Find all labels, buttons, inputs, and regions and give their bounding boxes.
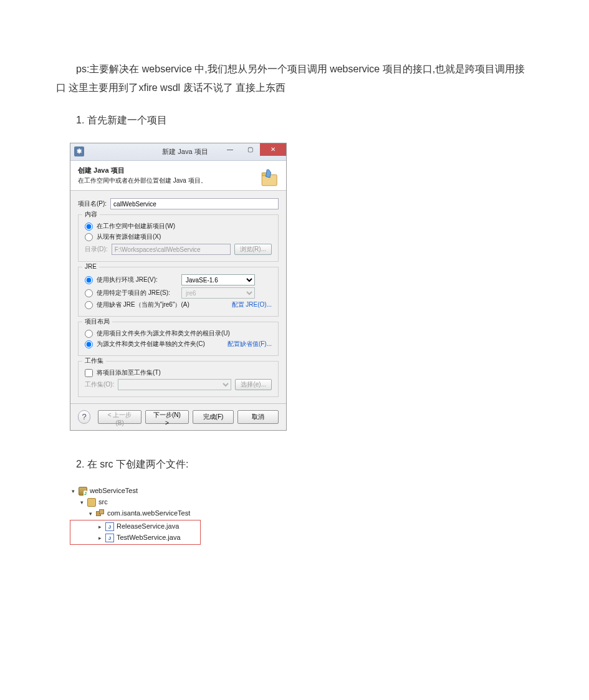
browse-button: 浏览(R)...	[234, 244, 272, 255]
expand-icon[interactable]	[79, 499, 85, 506]
radio-use-project-root-label: 使用项目文件夹作为源文件和类文件的根目录(U)	[97, 329, 230, 338]
back-button: < 上一步(B)	[98, 410, 141, 424]
tree-project-label: webServiceTest	[90, 486, 138, 496]
working-set-group: 工作集 将项目添加至工作集(T) 工作集(O): 选择(e)...	[78, 361, 279, 397]
next-button[interactable]: 下一步(N) >	[145, 410, 189, 424]
checkbox-add-to-working-set-label: 将项目添加至工作集(T)	[97, 368, 161, 377]
project-specific-jre-select: jre6	[181, 287, 255, 299]
project-name-input[interactable]	[110, 198, 279, 209]
jre-group: JRE 使用执行环境 JRE(V): JavaSE-1.6 使用特定于项目的 J…	[78, 267, 279, 317]
java-file-icon	[105, 522, 114, 531]
exec-env-jre-select[interactable]: JavaSE-1.6	[181, 274, 255, 285]
directory-label: 目录(D):	[85, 245, 108, 254]
expand-icon[interactable]	[70, 488, 76, 494]
step-2-heading: 2. 在 src 下创建两个文件:	[76, 454, 533, 474]
close-button[interactable]: ✕	[260, 143, 286, 156]
dialog-titlebar: ✱ 新建 Java 项目 — ▢ ✕	[70, 143, 286, 161]
radio-separate-folders[interactable]	[85, 340, 93, 348]
tree-file-label: TestWebService.java	[117, 533, 181, 542]
expand-icon[interactable]	[97, 524, 103, 530]
jre-legend: JRE	[82, 262, 99, 271]
dialog-new-java-project: ✱ 新建 Java 项目 — ▢ ✕ 创建 Java 项目 在工作空间中或者在外…	[70, 143, 287, 431]
source-folder-icon	[87, 498, 96, 507]
working-set-select-button: 选择(e)...	[235, 379, 272, 390]
finish-button[interactable]: 完成(F)	[193, 410, 234, 424]
help-button[interactable]: ?	[78, 410, 90, 424]
configure-jre-link[interactable]: 配置 JRE(O)...	[232, 300, 272, 309]
radio-default-jre[interactable]	[85, 301, 93, 309]
radio-project-specific-jre[interactable]	[85, 289, 93, 297]
working-set-legend: 工作集	[82, 357, 106, 365]
package-icon	[96, 509, 105, 518]
radio-separate-folders-label: 为源文件和类文件创建单独的文件夹(C)	[97, 340, 205, 348]
working-set-select	[118, 379, 231, 390]
radio-use-project-root[interactable]	[85, 330, 93, 338]
directory-input	[112, 244, 231, 255]
radio-create-in-workspace-label: 在工作空间中创建新项目(W)	[97, 222, 175, 231]
expand-icon[interactable]	[87, 511, 93, 517]
tree-src-label: src	[98, 497, 108, 507]
radio-exec-env-jre[interactable]	[85, 276, 93, 284]
java-project-icon	[79, 487, 87, 496]
maximize-button[interactable]: ▢	[240, 143, 260, 156]
intro-paragraph: ps:主要解决在 webservice 中,我们想从另外一个项目调用 webse…	[56, 60, 533, 98]
tree-file-row[interactable]: ReleaseService.java	[88, 521, 199, 532]
tree-file-row[interactable]: TestWebService.java	[88, 532, 199, 544]
project-name-label: 项目名(P):	[78, 199, 107, 208]
working-set-label: 工作集(O):	[85, 380, 114, 389]
cancel-button[interactable]: 取消	[237, 410, 279, 424]
expand-icon[interactable]	[97, 535, 103, 541]
tree-project-row[interactable]: webServiceTest	[70, 486, 201, 497]
project-tree: webServiceTest src com.isanta.webService…	[70, 486, 201, 545]
banner-subtitle: 在工作空间中或者在外部位置创建 Java 项目。	[78, 176, 279, 185]
tree-file-label: ReleaseService.java	[117, 522, 179, 531]
eclipse-icon: ✱	[74, 146, 84, 156]
project-layout-legend: 项目布局	[82, 317, 112, 326]
tree-package-label: com.isanta.webServiceTest	[107, 509, 190, 518]
radio-create-in-workspace[interactable]	[85, 223, 93, 231]
radio-project-specific-jre-label: 使用特定于项目的 JRE(S):	[97, 289, 178, 297]
project-layout-group: 项目布局 使用项目文件夹作为源文件和类文件的根目录(U) 为源文件和类文件创建单…	[78, 322, 279, 356]
tree-package-row[interactable]: com.isanta.webServiceTest	[70, 508, 201, 519]
tree-src-row[interactable]: src	[70, 497, 201, 508]
minimize-button[interactable]: —	[220, 143, 240, 156]
java-file-icon	[105, 534, 114, 542]
checkbox-add-to-working-set[interactable]	[85, 369, 93, 377]
highlighted-files-box: ReleaseService.java TestWebService.java	[70, 520, 201, 545]
folder-wizard-icon	[260, 167, 280, 188]
radio-exec-env-jre-label: 使用执行环境 JRE(V):	[97, 276, 178, 284]
content-legend: 内容	[82, 210, 100, 219]
radio-create-from-existing-label: 从现有资源创建项目(X)	[97, 233, 161, 241]
radio-default-jre-label: 使用缺省 JRE（当前为"jre6"）(A)	[97, 300, 189, 309]
content-group: 内容 在工作空间中创建新项目(W) 从现有资源创建项目(X) 目录(D): 浏览…	[78, 214, 279, 262]
radio-create-from-existing[interactable]	[85, 233, 93, 241]
dialog-banner: 创建 Java 项目 在工作空间中或者在外部位置创建 Java 项目。	[70, 161, 286, 191]
step-1-heading: 1. 首先新建一个项目	[76, 110, 533, 130]
configure-default-link[interactable]: 配置缺省值(F)...	[227, 340, 272, 348]
banner-title: 创建 Java 项目	[78, 166, 279, 175]
